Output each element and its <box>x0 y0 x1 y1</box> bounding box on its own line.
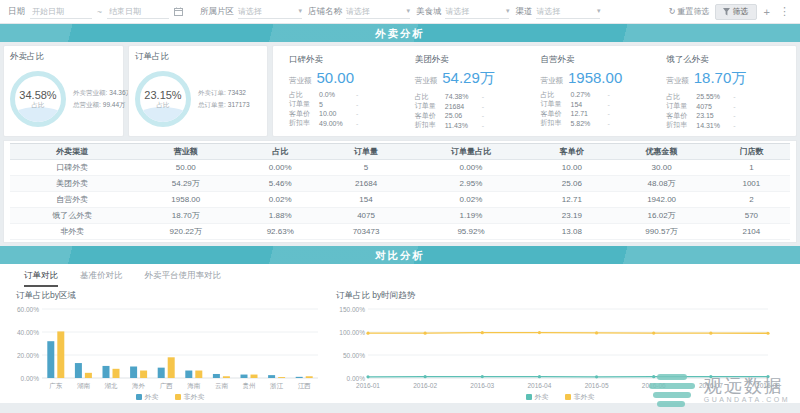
table-cell: 2.95% <box>409 176 534 192</box>
column-header[interactable]: 订单量 <box>323 144 408 160</box>
filter-select[interactable]: 请选择▾ <box>238 4 302 19</box>
y-tick-label: 40.00% <box>17 329 39 336</box>
column-header[interactable]: 订单量占比 <box>409 144 534 160</box>
filter-label: 所属片区 <box>200 6 234 18</box>
kpi-block: 自营外卖营业额1958.00占比0.27%-订单量154-客单价12.71-折扣… <box>535 52 661 130</box>
y-tick-label: 20.00% <box>17 352 39 359</box>
trend-indicator: - <box>733 103 735 110</box>
legend-item[interactable]: 非外卖 <box>565 392 595 402</box>
column-header[interactable]: 占比 <box>237 144 323 160</box>
filter-control: 店铺名称请选择▾ <box>308 4 410 19</box>
bar-非外卖 <box>57 331 64 378</box>
chevron-down-icon: ▾ <box>506 7 510 15</box>
x-tick-label: 2016-08 <box>756 382 780 389</box>
chevron-down-icon: ▾ <box>298 7 302 15</box>
add-button[interactable]: + <box>762 6 772 18</box>
metric-label: 占比 <box>415 92 445 102</box>
takeout-share-card: 外卖占比 34.58% 占比 外卖营业额:34.36万总营业额:99.44万 <box>3 45 124 137</box>
trend-indicator: - <box>608 101 610 108</box>
detail-label: 外卖营业额: <box>73 89 107 96</box>
column-header[interactable]: 外卖渠道 <box>10 144 135 160</box>
donut-detail-lines: 外卖营业额:34.36万总营业额:99.44万 <box>73 89 132 110</box>
chevron-down-icon: ▾ <box>597 7 601 15</box>
bar-外卖 <box>47 341 54 378</box>
tab-0[interactable]: 订单对比 <box>24 270 58 287</box>
kpi-amount-value: 50.00 <box>317 69 355 86</box>
table-cell: 美团外卖 <box>10 176 135 192</box>
table-header-row: 外卖渠道营业额占比订单量订单量占比客单价优惠金额门店数 <box>10 144 790 160</box>
trend-indicator: - <box>356 110 358 117</box>
filter-control: 美食城请选择▾ <box>416 4 510 19</box>
filter-select-value: 请选择 <box>346 6 370 17</box>
y-tick-label: 60.00% <box>17 306 39 313</box>
kpi-metric-row: 占比74.38%- <box>415 92 529 102</box>
metric-label: 订单量 <box>541 99 571 109</box>
calendar-icon[interactable] <box>174 7 183 16</box>
kpi-cards-row: 外卖占比 34.58% 占比 外卖营业额:34.36万总营业额:99.44万 订… <box>0 42 800 137</box>
table-cell: 2 <box>713 192 790 208</box>
filter-select[interactable]: 请选择▾ <box>536 4 600 19</box>
table-cell: 21684 <box>323 176 408 192</box>
trend-indicator: - <box>608 120 610 127</box>
bar-非外卖 <box>168 357 175 378</box>
donut-detail-line: 总营业额:99.44万 <box>73 101 132 110</box>
kpi-amount-value: 18.70万 <box>694 69 747 88</box>
trend-indicator: - <box>733 112 735 119</box>
section-title-takeout: 外卖分析 <box>375 27 425 39</box>
column-header[interactable]: 门店数 <box>713 144 790 160</box>
legend-label: 非外卖 <box>184 392 205 402</box>
card-title: 外卖占比 <box>10 51 117 63</box>
metric-value: 21684 <box>445 103 479 110</box>
table-cell: 13.08 <box>533 224 610 240</box>
tab-1[interactable]: 基准价对比 <box>80 270 123 285</box>
donut-detail-line: 外卖订单:73432 <box>198 89 250 98</box>
bar-非外卖 <box>140 371 147 378</box>
table-cell: 饿了么外卖 <box>10 208 135 224</box>
column-header[interactable]: 客单价 <box>533 144 610 160</box>
reset-filter-button[interactable]: ↻ 重置筛选 <box>669 6 710 17</box>
end-date-input[interactable] <box>107 4 169 19</box>
legend-item[interactable]: 外卖 <box>526 392 549 402</box>
metric-value: 5 <box>319 101 353 108</box>
funnel-icon <box>723 8 730 16</box>
filter-button[interactable]: 筛选 <box>715 4 757 20</box>
table-cell: 703473 <box>323 224 408 240</box>
table-cell: 1 <box>713 160 790 176</box>
donut-sublabel: 占比 <box>32 101 45 110</box>
kpi-metric-row: 折扣率5.82%- <box>541 119 655 129</box>
donut-detail-line: 总订单量:317173 <box>198 101 250 110</box>
y-tick-label: 150.00% <box>339 306 365 313</box>
trend-indicator: - <box>482 122 484 129</box>
y-tick-label: 50.00% <box>343 352 365 359</box>
trend-indicator: - <box>733 122 735 129</box>
table-cell: 1.19% <box>409 208 534 224</box>
donut-detail-lines: 外卖订单:73432总订单量:317173 <box>198 89 250 110</box>
legend-item[interactable]: 外卖 <box>136 392 159 402</box>
kpi-amount-row: 营业额1958.00 <box>541 69 655 86</box>
column-header[interactable]: 优惠金额 <box>610 144 712 160</box>
trend-indicator: - <box>608 91 610 98</box>
table-cell: 0.00% <box>237 160 323 176</box>
table-cell: 0.00% <box>409 160 534 176</box>
kpi-metric-row: 客单价12.71- <box>541 109 655 119</box>
data-point <box>424 375 427 378</box>
tab-2[interactable]: 外卖平台使用率对比 <box>145 270 222 285</box>
filter-select[interactable]: 请选择▾ <box>445 4 509 19</box>
filter-select-value: 请选择 <box>238 6 262 17</box>
metric-label: 折扣率 <box>666 120 696 130</box>
column-header[interactable]: 营业额 <box>135 144 237 160</box>
metric-label: 占比 <box>666 92 696 102</box>
section-title-compare: 对比分析 <box>375 249 425 261</box>
data-point <box>538 375 541 378</box>
kpi-block: 美团外卖营业额54.29万占比74.38%-订单量21684-客单价25.06-… <box>409 52 535 130</box>
chart-title: 订单占比 by时间趋势 <box>330 288 790 303</box>
filter-select[interactable]: 请选择▾ <box>346 4 410 19</box>
detail-value: 99.44万 <box>103 101 126 108</box>
legend-item[interactable]: 非外卖 <box>175 392 205 402</box>
kpi-amount-value: 54.29万 <box>442 69 495 88</box>
filter-select-value: 请选择 <box>536 6 560 17</box>
bar-非外卖 <box>306 376 313 378</box>
more-options-button[interactable]: ⋮ <box>777 5 792 18</box>
trend-indicator: - <box>482 93 484 100</box>
start-date-input[interactable] <box>30 4 92 19</box>
